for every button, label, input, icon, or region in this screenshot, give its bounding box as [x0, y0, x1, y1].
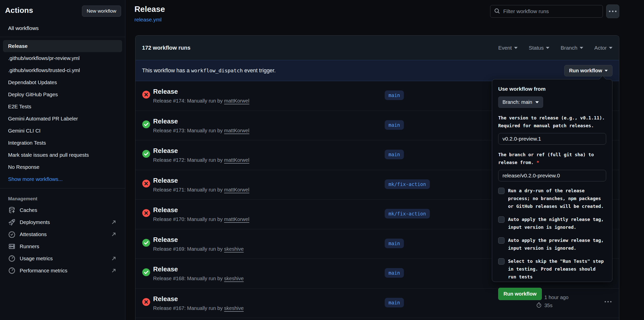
run-meta: Release #167: Manually run by skeshive — [153, 305, 244, 311]
sidebar-item-e2e-tests[interactable]: E2E Tests — [3, 101, 122, 113]
checkbox-label[interactable]: Run a dry-run of the release process; no… — [508, 187, 606, 210]
workflow-list: Release.github/workflows/pr-review.yml.g… — [0, 40, 125, 173]
actor-link[interactable]: mattKorwel — [224, 128, 249, 133]
actor-link[interactable]: mattKorwel — [224, 216, 249, 222]
run-title-link[interactable]: Release — [153, 177, 178, 184]
rocket-icon — [8, 218, 16, 226]
chevron-down-icon — [535, 101, 539, 103]
search-input[interactable] — [503, 8, 599, 14]
sidebar-item-release[interactable]: Release — [3, 40, 122, 52]
branch-badge[interactable]: main — [385, 150, 404, 159]
sidebar-item-deploy-github-pages[interactable]: Deploy GitHub Pages — [3, 88, 122, 101]
sidebar-item-dependabot-updates[interactable]: Dependabot Updates — [3, 76, 122, 88]
sidebar-item-integration-tests[interactable]: Integration Tests — [3, 137, 122, 149]
check-circle-icon — [142, 150, 150, 158]
actor-link[interactable]: mattKorwel — [224, 187, 249, 193]
filter-status[interactable]: Status — [529, 45, 550, 51]
filter-branch[interactable]: Branch — [561, 45, 583, 51]
run-title-link[interactable]: Release — [153, 147, 178, 155]
sidebar-item-deployments[interactable]: Deployments — [3, 216, 122, 228]
sidebar-title: Actions — [5, 6, 33, 14]
required-asterisk: * — [534, 160, 539, 165]
branch-badge[interactable]: mk/fix-action — [385, 209, 430, 218]
field-description: The version to release (e.g., v0.1.11). … — [498, 114, 606, 130]
branch-badge[interactable]: mk/fix-action — [385, 179, 430, 189]
run-title-link[interactable]: Release — [153, 117, 178, 125]
sidebar-item-attestations[interactable]: Attestations — [3, 228, 122, 240]
workflow-input-field[interactable] — [498, 133, 606, 145]
checkbox[interactable] — [498, 237, 505, 244]
run-title-link[interactable]: Release — [153, 265, 178, 273]
run-workflow-submit-button[interactable]: Run workflow — [498, 288, 542, 300]
actor-link[interactable]: mattKorwel — [224, 98, 249, 104]
checkbox-label[interactable]: Auto apply the preview release tag, inpu… — [508, 236, 606, 252]
dropdown-title: Use workflow from — [498, 86, 606, 92]
run-title-link[interactable]: Release — [153, 295, 178, 303]
checkbox[interactable] — [498, 188, 505, 194]
sidebar-item-runners[interactable]: Runners — [3, 240, 122, 252]
workflow-input-field[interactable] — [498, 170, 606, 181]
run-title-link[interactable]: Release — [153, 88, 178, 95]
x-circle-icon — [142, 179, 150, 188]
dropdown-fields: The version to release (e.g., v0.1.11). … — [498, 114, 606, 181]
run-meta: Release #173: Manually run by mattKorwel — [153, 128, 249, 134]
sidebar-item-no-response[interactable]: No Response — [3, 161, 122, 173]
actor-link[interactable]: mattKorwel — [224, 157, 249, 163]
sidebar-divider — [0, 37, 125, 37]
cache-icon — [8, 206, 16, 214]
workflow-runs-panel: 172 workflow runs EventStatusBranchActor… — [135, 35, 619, 320]
new-workflow-button[interactable]: New workflow — [82, 6, 121, 17]
sidebar-item-gemini-cli-ci[interactable]: Gemini CLI CI — [3, 125, 122, 137]
run-title-link[interactable]: Release — [153, 236, 178, 244]
branch-badge[interactable]: main — [385, 239, 404, 248]
field-description: The branch or ref (full git sha) to rele… — [498, 151, 606, 166]
run-title-link[interactable]: Release — [153, 206, 178, 214]
page-title: Release — [134, 5, 165, 14]
checkbox-label[interactable]: Select to skip the "Run Tests" step in t… — [508, 257, 606, 281]
filter-runs-searchbox[interactable] — [490, 5, 603, 18]
actor-link[interactable]: skeshive — [224, 276, 244, 281]
sidebar-item-show-more[interactable]: Show more workflows... — [3, 173, 122, 185]
branch-selector-button[interactable]: Branch: main — [498, 97, 543, 108]
main-content: Release release.yml 172 workflow runs Ev… — [125, 0, 644, 320]
sidebar-item-mark-stale-issues-and-pull-requests[interactable]: Mark stale issues and pull requests — [3, 149, 122, 161]
search-icon — [494, 8, 500, 15]
checkbox[interactable] — [498, 258, 505, 265]
sidebar-item-performance-metrics[interactable]: Performance metrics — [3, 265, 122, 277]
sidebar-item-usage-metrics[interactable]: Usage metrics — [3, 252, 122, 265]
server-icon — [8, 243, 16, 250]
banner-text: This workflow has a workflow_dispatch ev… — [142, 68, 276, 74]
run-meta: Release #172: Manually run by mattKorwel — [153, 157, 249, 163]
arrow-up-right-icon — [111, 232, 117, 237]
actions-sidebar: Actions New workflow All workflows Relea… — [0, 0, 125, 320]
branch-badge[interactable]: main — [385, 120, 404, 130]
sidebar-item-github-workflows-pr-review-yml[interactable]: .github/workflows/pr-review.yml — [3, 52, 122, 64]
x-circle-icon — [142, 298, 150, 306]
check-circle-icon — [142, 268, 150, 276]
filter-actor[interactable]: Actor — [594, 45, 612, 51]
sidebar-item-all-workflows[interactable]: All workflows — [3, 23, 122, 34]
run-meta: Release #171: Manually run by mattKorwel — [153, 187, 249, 193]
run-workflow-dropdown-button[interactable]: Run workflow — [564, 65, 612, 76]
checkbox-label[interactable]: Auto apply the nightly release tag, inpu… — [508, 215, 606, 231]
branch-badge[interactable]: main — [385, 298, 404, 307]
arrow-up-right-icon — [111, 268, 117, 273]
branch-badge[interactable]: main — [385, 90, 404, 100]
sidebar-item-gemini-automated-pr-labeler[interactable]: Gemini Automated PR Labeler — [3, 113, 122, 125]
page-kebab-menu-button[interactable] — [606, 5, 619, 18]
checkbox[interactable] — [498, 216, 505, 223]
x-circle-icon — [142, 209, 150, 217]
actor-link[interactable]: skeshive — [224, 246, 244, 252]
run-meta: Release #168: Manually run by skeshive — [153, 276, 244, 281]
branch-badge[interactable]: main — [385, 268, 404, 278]
run-kebab-menu-button[interactable] — [605, 301, 611, 302]
check-circle-icon — [142, 120, 150, 129]
workflow-file-link[interactable]: release.yml — [134, 17, 161, 23]
actor-link[interactable]: skeshive — [224, 305, 244, 311]
filter-event[interactable]: Event — [498, 45, 518, 51]
runs-count: 172 workflow runs — [142, 45, 190, 51]
sidebar-item-github-workflows-trusted-ci-yml[interactable]: .github/workflows/trusted-ci.yml — [3, 64, 122, 76]
sidebar-item-caches[interactable]: Caches — [3, 204, 122, 216]
workflow-run-row-partial — [135, 318, 619, 320]
management-section-label: Management — [0, 191, 125, 204]
